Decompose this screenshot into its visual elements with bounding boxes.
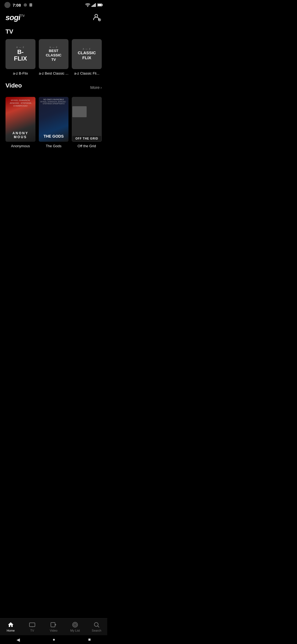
svg-line-20 [98,20,99,21]
offgrid-poster: OFF THE GRID [72,97,102,142]
tv-card-classicflix-thumb: A — Z CLASSICFLIX [72,39,102,69]
video-section-header: Video More › [6,82,102,93]
anonymous-poster: MYKEL SHANNON JENKINS · STEFANIA D'AMBRO… [6,97,35,142]
battery-icon [97,3,103,7]
video-movie-grid: MYKEL SHANNON JENKINS · STEFANIA D'AMBRO… [6,97,102,148]
tv-card-bestclassictv-label: a-z Best Classic ... [39,71,69,75]
video-card-offthegrid-thumb: OFF THE GRID [72,97,102,142]
bestclassictv-logo: A — Z BESTCLASSICTV [39,39,69,69]
svg-rect-8 [102,4,103,6]
signal-icon [92,3,96,7]
logo-text: sogi [6,13,20,22]
status-bar: 7:08 [0,0,107,10]
video-section-title: Video [6,82,22,89]
video-card-anonymous[interactable]: MYKEL SHANNON JENKINS · STEFANIA D'AMBRO… [6,97,35,148]
svg-point-0 [24,3,27,7]
svg-rect-1 [29,3,32,7]
video-card-thegods-thumb: NO ONE'S INVINCIBLE MYKEL SHANNON JENKIN… [39,97,69,142]
video-card-offthegrid-label: Off the Grid [72,144,102,148]
chevron-right-icon: › [100,85,102,90]
video-card-anonymous-label: Anonymous [6,144,35,148]
svg-rect-3 [92,6,92,7]
tv-card-classicflix[interactable]: A — Z CLASSICFLIX a-z Classic Fli... [72,39,102,75]
video-card-anonymous-thumb: MYKEL SHANNON JENKINS · STEFANIA D'AMBRO… [6,97,35,142]
svg-line-17 [98,19,99,19]
svg-rect-6 [95,3,96,7]
svg-rect-5 [94,4,95,7]
classicflix-logo: A — Z CLASSICFLIX [72,39,102,69]
tv-card-bestclassictv-thumb: A — Z BESTCLASSICTV [39,39,69,69]
profile-settings-icon [92,12,102,22]
svg-rect-9 [98,4,102,6]
sim-icon [29,3,33,7]
status-icons [23,3,33,7]
tv-card-bflix[interactable]: A — Z B-FLIX a-z B-Flix [6,39,35,75]
main-content: TV A — Z B-FLIX a-z B-Flix A — Z BESTCLA… [0,25,107,148]
anonymous-title-on-poster: ANONY MOUS [8,131,33,139]
app-header: sogi TV [0,10,107,25]
svg-rect-4 [93,5,94,7]
tv-channel-grid: A — Z B-FLIX a-z B-Flix A — Z BESTCLASSI… [6,39,102,75]
notification-icon [23,3,28,7]
video-more-label: More [90,85,100,90]
video-card-thegods[interactable]: NO ONE'S INVINCIBLE MYKEL SHANNON JENKIN… [39,97,69,148]
svg-point-10 [95,14,98,17]
bflix-logo: A — Z B-FLIX [6,39,35,69]
video-card-thegods-label: The Gods [39,144,69,148]
wifi-icon [85,3,90,7]
svg-point-2 [87,6,88,7]
video-section: Video More › MYKEL SHANNON JENKINS · STE… [6,82,102,148]
tv-card-bflix-thumb: A — Z B-FLIX [6,39,35,69]
gods-poster: NO ONE'S INVINCIBLE MYKEL SHANNON JENKIN… [39,97,69,142]
tv-card-bflix-label: a-z B-Flix [6,71,35,75]
svg-point-12 [99,20,100,20]
tv-card-bestclassictv[interactable]: A — Z BESTCLASSICTV a-z Best Classic ... [39,39,69,75]
status-time: 7:08 [13,3,21,7]
svg-line-18 [100,20,100,21]
status-circle [4,2,10,8]
status-right-icons [85,3,103,7]
tv-card-classicflix-label: a-z Classic Fli... [72,71,102,75]
svg-line-19 [100,19,100,19]
video-card-offthegrid[interactable]: OFF THE GRID Off the Grid [72,97,102,148]
logo-tv: TV [21,14,25,17]
tv-section: TV A — Z B-FLIX a-z B-Flix A — Z BESTCLA… [6,28,102,75]
video-more-link[interactable]: More › [90,85,102,90]
gods-title-on-poster: THE GODS [43,134,64,138]
profile-settings-button[interactable] [92,12,102,23]
tv-section-title: TV [6,28,102,35]
app-logo: sogi TV [6,13,24,22]
